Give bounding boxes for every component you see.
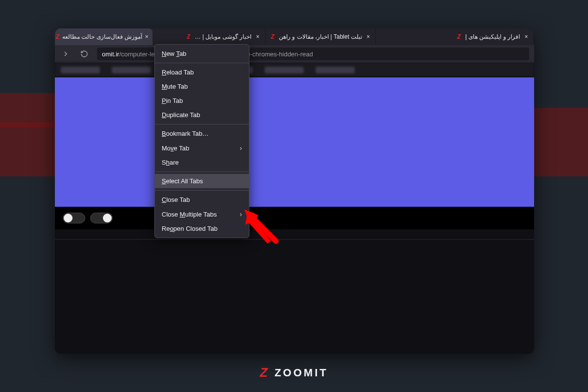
menu-move-tab[interactable]: Move Tab›	[155, 141, 249, 155]
tab-context-menu: New Tab Reload Tab Mute Tab Pin Tab Dupl…	[154, 44, 249, 238]
menu-separator	[155, 124, 249, 124]
zoomit-z-icon: Z	[260, 365, 270, 380]
reload-button[interactable]	[78, 48, 90, 60]
tab[interactable]: × اخبار گوشی موبایل | … Z	[153, 28, 266, 45]
close-icon[interactable]: ×	[254, 33, 261, 40]
theme-toggle-auto[interactable]	[90, 213, 113, 223]
page-hero	[55, 77, 534, 207]
menu-reload-tab[interactable]: Reload Tab	[155, 65, 249, 79]
bookmarks-bar	[55, 63, 534, 77]
annotation-arrow	[242, 210, 286, 249]
close-icon[interactable]: ×	[145, 33, 148, 40]
brand-text: ZOOMIT	[274, 367, 328, 379]
favicon-z-icon: Z	[185, 33, 192, 40]
menu-duplicate-tab[interactable]: Duplicate Tab	[155, 108, 249, 122]
favicon-z-icon: Z	[56, 33, 59, 40]
brand-logo: Z ZOOMIT	[0, 365, 588, 380]
menu-pin-tab[interactable]: Pin Tab	[155, 94, 249, 108]
favicon-z-icon: Z	[270, 33, 276, 40]
url-host: omit.ir	[102, 50, 119, 58]
favicon-z-icon: Z	[456, 33, 463, 40]
menu-separator	[155, 63, 249, 63]
browser-window: × آموزش فعال‌سازی حالت مطالعه Z × اخبار …	[55, 28, 534, 354]
theme-toggle-dark[interactable]	[63, 213, 85, 223]
tab[interactable]: × افزار و اپلیکیشن های | Z	[376, 28, 534, 45]
menu-reopen-closed-tab[interactable]: Reopen Closed Tab	[155, 221, 249, 236]
close-icon[interactable]: ×	[523, 33, 530, 40]
menu-separator	[155, 172, 249, 172]
menu-close-tab[interactable]: Close Tab	[155, 193, 249, 207]
toolbar: omit.ir/computer-learning/337783-how-to-…	[55, 45, 534, 63]
divider	[55, 239, 534, 240]
page-controls-strip	[55, 207, 534, 229]
tab-title: تبلت Tablet | اخبار، مقالات و راهن	[279, 33, 362, 40]
chevron-right-icon: ›	[240, 144, 242, 152]
tab-title: اخبار گوشی موبایل | …	[195, 33, 251, 40]
tab-title: افزار و اپلیکیشن های |	[466, 33, 520, 40]
tab-active[interactable]: × آموزش فعال‌سازی حالت مطالعه Z	[55, 28, 153, 45]
menu-bookmark-tab[interactable]: Bookmark Tab…	[155, 126, 249, 141]
forward-button[interactable]	[60, 48, 72, 60]
tab-title: آموزش فعال‌سازی حالت مطالعه	[62, 33, 142, 40]
menu-select-all-tabs[interactable]: Select All Tabs	[155, 174, 249, 188]
tab[interactable]: × تبلت Tablet | اخبار، مقالات و راهن Z	[266, 28, 376, 45]
menu-new-tab[interactable]: New Tab	[155, 47, 249, 61]
tab-strip: × آموزش فعال‌سازی حالت مطالعه Z × اخبار …	[55, 28, 534, 45]
menu-close-multiple-tabs[interactable]: Close Multiple Tabs›	[155, 207, 249, 221]
close-icon[interactable]: ×	[365, 33, 371, 40]
menu-mute-tab[interactable]: Mute Tab	[155, 79, 249, 94]
menu-share[interactable]: Share	[155, 155, 249, 170]
page-content	[55, 77, 534, 354]
menu-separator	[155, 190, 249, 191]
